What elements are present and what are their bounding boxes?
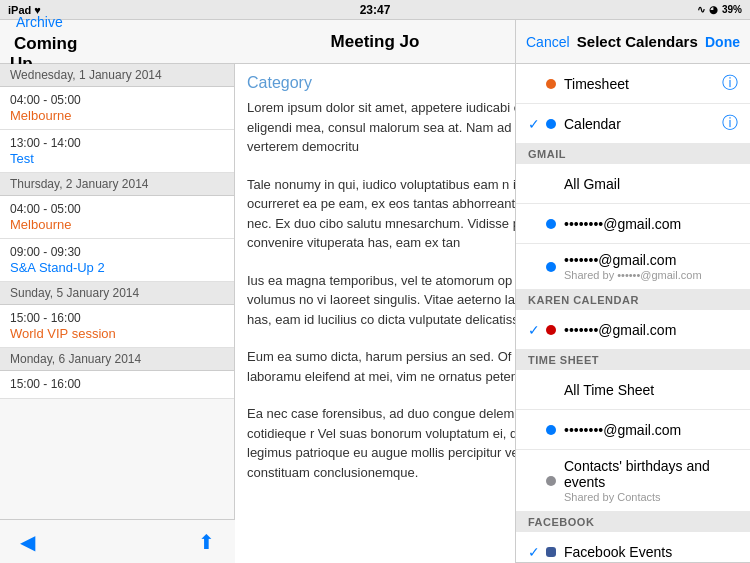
- bottom-toolbar: ◀ ⬆: [0, 519, 235, 563]
- calendar-dot: [546, 262, 556, 272]
- check-icon: ✓: [528, 322, 546, 338]
- event-time: 04:00 - 05:00: [10, 93, 224, 107]
- event-name: Test: [10, 151, 224, 166]
- popup-title: Select Calendars: [577, 33, 698, 50]
- day-header-3: Sunday, 5 January 2014: [0, 282, 234, 305]
- check-icon: ✓: [528, 116, 546, 132]
- calendar-item-contacts-birthdays[interactable]: Contacts' birthdays and events Shared by…: [516, 450, 750, 512]
- info-icon[interactable]: ⓘ: [722, 73, 738, 94]
- day-header-1: Wednesday, 1 January 2014: [0, 64, 234, 87]
- calendar-label: ••••••••@gmail.com: [564, 216, 738, 232]
- event-name: World VIP session: [10, 326, 224, 341]
- event-time: 13:00 - 14:00: [10, 136, 224, 150]
- archive-back-button[interactable]: Archive: [10, 10, 69, 34]
- calendar-item-gmail2[interactable]: •••••••@gmail.com Shared by ••••••@gmail…: [516, 244, 750, 290]
- section-header-gmail: GMAIL: [516, 144, 750, 164]
- day-header-2: Thursday, 2 January 2014: [0, 173, 234, 196]
- day-header-4: Monday, 6 January 2014: [0, 348, 234, 371]
- popup-cancel-button[interactable]: Cancel: [526, 34, 570, 50]
- calendar-item-facebook[interactable]: ✓ Facebook Events: [516, 532, 750, 562]
- calendar-popup: Cancel Select Calendars Done Timesheet ⓘ…: [515, 20, 750, 563]
- event-name: Melbourne: [10, 217, 224, 232]
- calendar-item-all-timesheet[interactable]: All Time Sheet: [516, 370, 750, 410]
- calendar-item-calendar[interactable]: ✓ Calendar ⓘ: [516, 104, 750, 144]
- back-arrow-button[interactable]: ◀: [20, 530, 35, 554]
- event-name: S&A Stand-Up 2: [10, 260, 224, 275]
- event-time: 15:00 - 16:00: [10, 377, 224, 391]
- section-header-timesheet: TIME SHEET: [516, 350, 750, 370]
- popup-done-button[interactable]: Done: [705, 34, 740, 50]
- calendar-dot: [546, 79, 556, 89]
- calendar-label: Contacts' birthdays and events: [564, 458, 738, 490]
- calendar-label: Facebook Events: [564, 544, 738, 560]
- calendar-label: Timesheet: [564, 76, 722, 92]
- calendar-label: •••••••@gmail.com: [564, 252, 738, 268]
- status-bar-time: 23:47: [360, 3, 391, 17]
- bluetooth-icon: ∿: [697, 4, 705, 15]
- share-button[interactable]: ⬆: [198, 530, 215, 554]
- calendar-dot: [546, 425, 556, 435]
- calendar-dot: [546, 547, 556, 557]
- calendar-dot: [546, 119, 556, 129]
- event-item[interactable]: 15:00 - 16:00: [0, 371, 234, 399]
- calendar-item-timesheet[interactable]: Timesheet ⓘ: [516, 64, 750, 104]
- status-bar-right: ∿ ◕ 39%: [697, 4, 742, 15]
- event-item[interactable]: 04:00 - 05:00 Melbourne: [0, 87, 234, 130]
- event-time: 04:00 - 05:00: [10, 202, 224, 216]
- calendar-item-gmail1[interactable]: ••••••••@gmail.com: [516, 204, 750, 244]
- calendar-label: Calendar: [564, 116, 722, 132]
- calendar-sublabel: Shared by Contacts: [564, 491, 738, 503]
- section-header-facebook: FACEBOOK: [516, 512, 750, 532]
- calendar-dot: [546, 325, 556, 335]
- calendar-label: All Gmail: [564, 176, 738, 192]
- popup-content: Timesheet ⓘ ✓ Calendar ⓘ GMAIL All Gmail…: [516, 64, 750, 562]
- event-item[interactable]: 09:00 - 09:30 S&A Stand-Up 2: [0, 239, 234, 282]
- battery-level: 39%: [722, 4, 742, 15]
- status-bar: iPad ♥ 23:47 ∿ ◕ 39%: [0, 0, 750, 20]
- calendar-label: All Time Sheet: [564, 382, 738, 398]
- info-icon[interactable]: ⓘ: [722, 113, 738, 134]
- calendar-item-karen[interactable]: ✓ •••••••@gmail.com: [516, 310, 750, 350]
- calendar-dot: [546, 219, 556, 229]
- calendar-label: •••••••@gmail.com: [564, 322, 738, 338]
- event-item[interactable]: 13:00 - 14:00 Test: [0, 130, 234, 173]
- event-item[interactable]: 15:00 - 16:00 World VIP session: [0, 305, 234, 348]
- check-icon: ✓: [528, 544, 546, 560]
- event-time: 15:00 - 16:00: [10, 311, 224, 325]
- event-item[interactable]: 04:00 - 05:00 Melbourne: [0, 196, 234, 239]
- sidebar: Wednesday, 1 January 2014 04:00 - 05:00 …: [0, 64, 235, 563]
- calendar-label: ••••••••@gmail.com: [564, 422, 738, 438]
- calendar-item-all-gmail[interactable]: All Gmail: [516, 164, 750, 204]
- event-time: 09:00 - 09:30: [10, 245, 224, 259]
- calendar-sublabel: Shared by ••••••@gmail.com: [564, 269, 738, 281]
- calendar-item-timesheet-gmail[interactable]: ••••••••@gmail.com: [516, 410, 750, 450]
- wifi-icon: ◕: [709, 4, 718, 15]
- section-header-karen: KAREN CALENDAR: [516, 290, 750, 310]
- popup-nav: Cancel Select Calendars Done: [516, 20, 750, 64]
- calendar-dot: [546, 476, 556, 486]
- event-name: Melbourne: [10, 108, 224, 123]
